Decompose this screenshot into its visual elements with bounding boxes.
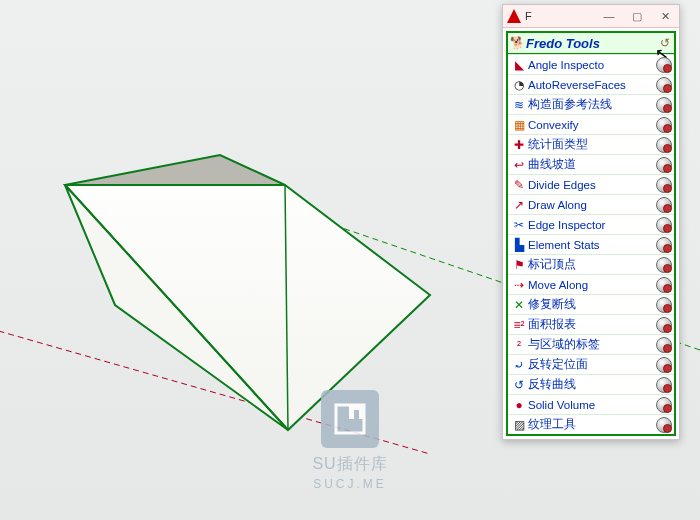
tool-label: Element Stats bbox=[528, 239, 654, 251]
tool-row-16[interactable]: ↺反转曲线 bbox=[508, 374, 674, 394]
tool-label: Move Along bbox=[528, 279, 654, 291]
tool-row-14[interactable]: ²与区域的标签 bbox=[508, 334, 674, 354]
tool-icon: ● bbox=[510, 397, 528, 413]
tool-label: AutoReverseFaces bbox=[528, 79, 654, 91]
window-title: F bbox=[525, 10, 595, 22]
tool-label: 构造面参考法线 bbox=[528, 97, 654, 112]
tool-row-15[interactable]: ⤾反转定位面 bbox=[508, 354, 674, 374]
tool-action-icon[interactable] bbox=[656, 377, 672, 393]
window-maximize-button[interactable]: ▢ bbox=[623, 5, 651, 27]
watermark: SU插件库 SUCJ.ME bbox=[265, 390, 435, 491]
tool-icon: ² bbox=[510, 337, 528, 353]
watermark-title: SU插件库 bbox=[265, 454, 435, 475]
tool-action-icon[interactable] bbox=[656, 57, 672, 73]
tool-icon: ✕ bbox=[510, 297, 528, 313]
fredo-tools-window[interactable]: F — ▢ ✕ 🐕 Fredo Tools ↺ ↖ ◣Angle Inspect… bbox=[502, 4, 680, 440]
svg-rect-10 bbox=[354, 410, 359, 419]
window-close-button[interactable]: ✕ bbox=[651, 5, 679, 27]
window-titlebar[interactable]: F — ▢ ✕ bbox=[503, 5, 679, 28]
tool-row-4[interactable]: ✚统计面类型 bbox=[508, 134, 674, 154]
tool-icon: ⤾ bbox=[510, 357, 528, 373]
window-minimize-button[interactable]: — bbox=[595, 5, 623, 27]
tool-label: 反转曲线 bbox=[528, 377, 654, 392]
tool-icon: ≡² bbox=[510, 317, 528, 333]
tool-label: Solid Volume bbox=[528, 399, 654, 411]
toolbox-settings-icon[interactable]: ↺ bbox=[656, 36, 674, 50]
tool-action-icon[interactable] bbox=[656, 337, 672, 353]
tool-action-icon[interactable] bbox=[656, 117, 672, 133]
tool-label: 与区域的标签 bbox=[528, 337, 654, 352]
tool-row-1[interactable]: ◔AutoReverseFaces bbox=[508, 74, 674, 94]
tool-row-2[interactable]: ≋构造面参考法线 bbox=[508, 94, 674, 114]
tool-row-18[interactable]: ▨纹理工具 bbox=[508, 414, 674, 434]
tool-row-0[interactable]: ◣Angle Inspecto bbox=[508, 54, 674, 74]
watermark-url: SUCJ.ME bbox=[265, 477, 435, 491]
tool-row-10[interactable]: ⚑标记顶点 bbox=[508, 254, 674, 274]
tool-icon: ✎ bbox=[510, 177, 528, 193]
tool-action-icon[interactable] bbox=[656, 177, 672, 193]
tool-icon: ✚ bbox=[510, 137, 528, 153]
tool-action-icon[interactable] bbox=[656, 357, 672, 373]
tool-action-icon[interactable] bbox=[656, 417, 672, 433]
tool-label: 纹理工具 bbox=[528, 417, 654, 432]
toolbox-header[interactable]: 🐕 Fredo Tools ↺ ↖ bbox=[508, 33, 674, 54]
tool-icon: ◔ bbox=[510, 77, 528, 93]
tool-icon: ⚑ bbox=[510, 257, 528, 273]
tool-label: Draw Along bbox=[528, 199, 654, 211]
tool-row-9[interactable]: ▙Element Stats bbox=[508, 234, 674, 254]
tool-action-icon[interactable] bbox=[656, 297, 672, 313]
tool-icon: ▦ bbox=[510, 117, 528, 133]
toolbox-title: Fredo Tools bbox=[526, 36, 656, 51]
tool-row-11[interactable]: ⇢Move Along bbox=[508, 274, 674, 294]
tool-row-12[interactable]: ✕修复断线 bbox=[508, 294, 674, 314]
tool-label: Divide Edges bbox=[528, 179, 654, 191]
tool-row-5[interactable]: ↩曲线坡道 bbox=[508, 154, 674, 174]
tool-icon: ▙ bbox=[510, 237, 528, 253]
tool-label: 曲线坡道 bbox=[528, 157, 654, 172]
toolbox: 🐕 Fredo Tools ↺ ↖ ◣Angle Inspecto◔AutoRe… bbox=[506, 31, 676, 436]
fredo-logo-icon: 🐕 bbox=[508, 36, 526, 50]
tool-action-icon[interactable] bbox=[656, 217, 672, 233]
tool-label: 面积报表 bbox=[528, 317, 654, 332]
tool-action-icon[interactable] bbox=[656, 257, 672, 273]
tool-row-13[interactable]: ≡²面积报表 bbox=[508, 314, 674, 334]
app-stage: SU插件库 SUCJ.ME F — ▢ ✕ 🐕 Fredo Tools ↺ ↖ … bbox=[0, 0, 700, 520]
tool-action-icon[interactable] bbox=[656, 397, 672, 413]
tool-icon: ↗ bbox=[510, 197, 528, 213]
tool-icon: ⇢ bbox=[510, 277, 528, 293]
tool-icon: ≋ bbox=[510, 97, 528, 113]
tool-action-icon[interactable] bbox=[656, 277, 672, 293]
tool-row-7[interactable]: ↗Draw Along bbox=[508, 194, 674, 214]
tool-label: Convexify bbox=[528, 119, 654, 131]
tool-label: 反转定位面 bbox=[528, 357, 654, 372]
tool-row-6[interactable]: ✎Divide Edges bbox=[508, 174, 674, 194]
tool-icon: ↺ bbox=[510, 377, 528, 393]
tool-action-icon[interactable] bbox=[656, 317, 672, 333]
tool-action-icon[interactable] bbox=[656, 197, 672, 213]
tool-icon: ✂ bbox=[510, 217, 528, 233]
tool-label: 统计面类型 bbox=[528, 137, 654, 152]
tool-icon: ▨ bbox=[510, 417, 528, 433]
tool-row-17[interactable]: ●Solid Volume bbox=[508, 394, 674, 414]
tool-action-icon[interactable] bbox=[656, 137, 672, 153]
app-icon bbox=[507, 9, 521, 23]
tool-icon: ◣ bbox=[510, 57, 528, 73]
tool-action-icon[interactable] bbox=[656, 77, 672, 93]
tool-action-icon[interactable] bbox=[656, 97, 672, 113]
tool-icon: ↩ bbox=[510, 157, 528, 173]
tool-label: Edge Inspector bbox=[528, 219, 654, 231]
tool-label: Angle Inspecto bbox=[528, 59, 654, 71]
watermark-logo-icon bbox=[321, 390, 379, 448]
tool-action-icon[interactable] bbox=[656, 237, 672, 253]
tool-label: 标记顶点 bbox=[528, 257, 654, 272]
tool-row-3[interactable]: ▦Convexify bbox=[508, 114, 674, 134]
toolbox-list: ◣Angle Inspecto◔AutoReverseFaces≋构造面参考法线… bbox=[508, 54, 674, 434]
tool-label: 修复断线 bbox=[528, 297, 654, 312]
tool-action-icon[interactable] bbox=[656, 157, 672, 173]
tool-row-8[interactable]: ✂Edge Inspector bbox=[508, 214, 674, 234]
